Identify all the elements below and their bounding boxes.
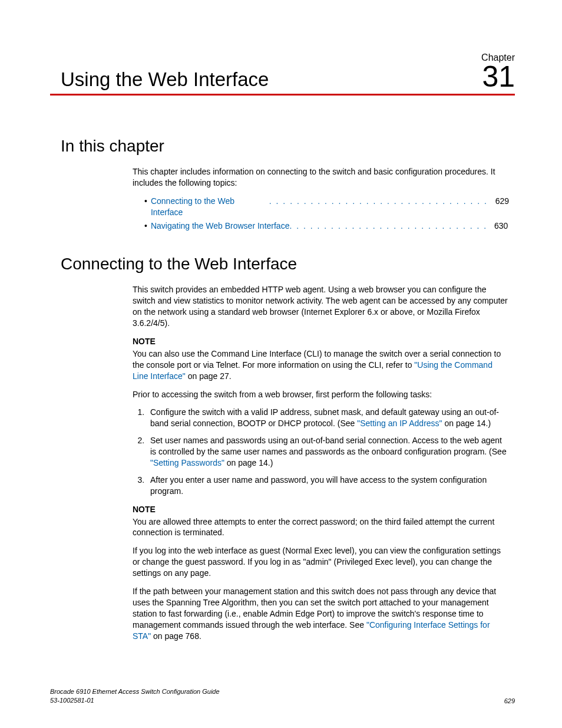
step-item: Set user names and passwords using an ou… bbox=[147, 435, 509, 469]
paragraph: This switch provides an embedded HTTP we… bbox=[133, 284, 509, 329]
document-page: Using the Web Interface Chapter 31 In th… bbox=[0, 0, 562, 728]
chapter-number-block: Chapter 31 bbox=[481, 53, 515, 90]
toc-list: • Connecting to the Web Interface . . . … bbox=[133, 196, 509, 232]
toc-page: 630 bbox=[494, 220, 508, 232]
chapter-number: 31 bbox=[482, 60, 515, 93]
note-text-after: on page 27. bbox=[186, 371, 232, 381]
toc-link-navigating[interactable]: Navigating the Web Browser Interface bbox=[151, 220, 290, 232]
note-label: NOTE bbox=[133, 504, 509, 515]
step-text: Set user names and passwords using an ou… bbox=[150, 436, 507, 456]
toc-item: • Connecting to the Web Interface . . . … bbox=[144, 196, 509, 218]
step-item: Configure the switch with a valid IP add… bbox=[147, 407, 509, 429]
intro-paragraph: This chapter includes information on con… bbox=[133, 166, 509, 189]
footer-left: Brocade 6910 Ethernet Access Switch Conf… bbox=[50, 687, 220, 704]
chapter-title: Using the Web Interface bbox=[61, 70, 269, 89]
step-text-after: on page 14.) bbox=[442, 419, 491, 428]
section-heading-connecting: Connecting to the Web Interface bbox=[61, 255, 515, 274]
connecting-block: This switch provides an embedded HTTP we… bbox=[133, 284, 509, 641]
steps-list: Configure the switch with a valid IP add… bbox=[133, 407, 509, 496]
intro-block: This chapter includes information on con… bbox=[133, 166, 509, 231]
toc-leader: . . . . . . . . . . . . . . . . . . . . … bbox=[266, 196, 492, 207]
page-footer: Brocade 6910 Ethernet Access Switch Conf… bbox=[50, 687, 515, 704]
footer-title: Brocade 6910 Ethernet Access Switch Conf… bbox=[50, 687, 220, 696]
link-setting-ip[interactable]: "Setting an IP Address" bbox=[357, 419, 442, 428]
paragraph: If you log into the web interface as gue… bbox=[133, 545, 509, 579]
paragraph: If the path between your management stat… bbox=[133, 586, 509, 641]
section-heading-in-this-chapter: In this chapter bbox=[61, 137, 515, 156]
step-text-after: on page 14.) bbox=[224, 458, 273, 467]
toc-item: • Navigating the Web Browser Interface .… bbox=[144, 220, 509, 232]
toc-leader: . . . . . . . . . . . . . . . . . . . . … bbox=[289, 220, 491, 232]
note-paragraph: You are allowed three attempts to enter … bbox=[133, 516, 509, 539]
bullet-icon: • bbox=[144, 196, 147, 207]
chapter-header: Using the Web Interface Chapter 31 bbox=[50, 53, 515, 95]
note-label: NOTE bbox=[133, 336, 509, 347]
paragraph: Prior to accessing the switch from a web… bbox=[133, 389, 509, 400]
toc-page: 629 bbox=[495, 196, 509, 207]
step-item: After you enter a user name and password… bbox=[147, 475, 509, 497]
bullet-icon: • bbox=[144, 220, 147, 232]
footer-docnum: 53-1002581-01 bbox=[50, 696, 220, 704]
footer-page-number: 629 bbox=[504, 697, 515, 704]
note-paragraph: You can also use the Command Line Interf… bbox=[133, 348, 509, 382]
toc-link-connecting[interactable]: Connecting to the Web Interface bbox=[151, 196, 266, 218]
paragraph-text-after: on page 768. bbox=[151, 631, 201, 641]
link-setting-passwords[interactable]: "Setting Passwords" bbox=[150, 458, 224, 467]
